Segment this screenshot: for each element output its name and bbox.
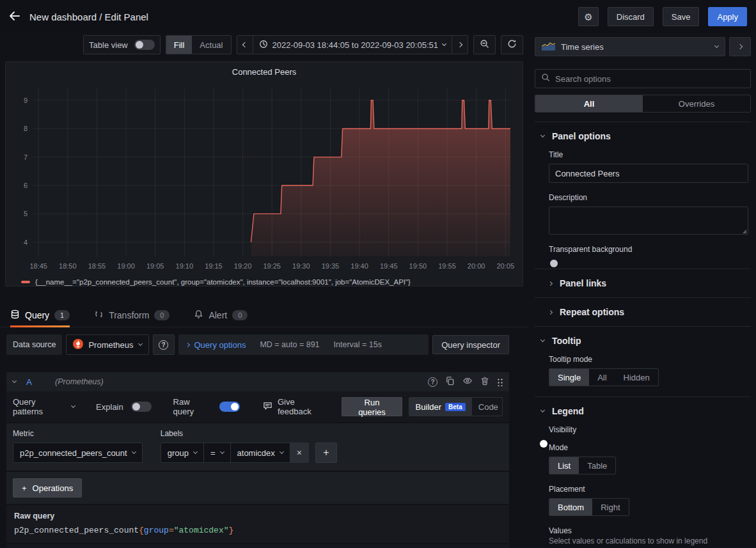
datasource-select[interactable]: Prometheus	[66, 334, 148, 355]
svg-text:19:20: 19:20	[234, 262, 252, 270]
tab-alert[interactable]: Alert 0	[194, 303, 248, 327]
time-range-button[interactable]: 2022-09-03 18:44:05 to 2022-09-03 20:05:…	[253, 35, 453, 54]
raw-query-toggle[interactable]	[219, 402, 240, 412]
tab-transform[interactable]: Transform 0	[94, 303, 169, 327]
query-help-button[interactable]: ?	[428, 377, 437, 387]
table-view-label: Table view	[84, 40, 133, 50]
builder-option[interactable]: Builder Beta	[409, 398, 472, 416]
svg-text:19:05: 19:05	[146, 262, 164, 270]
placement-bottom-option[interactable]: Bottom	[549, 499, 592, 515]
hide-query-button[interactable]	[462, 376, 473, 388]
run-queries-button[interactable]: Run queries	[342, 397, 402, 416]
chevron-right-icon	[548, 281, 553, 285]
search-icon	[541, 73, 550, 84]
bell-icon	[194, 309, 203, 321]
chevron-down-icon	[540, 133, 545, 137]
chevron-right-icon	[457, 42, 462, 47]
add-label-filter-button[interactable]: +	[315, 442, 337, 463]
apply-button[interactable]: Apply	[708, 7, 747, 26]
tooltip-all-option[interactable]: All	[589, 369, 615, 386]
section-repeat-options[interactable]: Repeat options	[535, 298, 751, 326]
label-value-value: atomicdex	[237, 448, 275, 458]
label-value-select[interactable]: atomicdex	[230, 442, 290, 463]
legend-placement-segmented: Bottom Right	[549, 498, 629, 516]
query-patterns-dropdown[interactable]: Query patterns	[13, 397, 74, 416]
tooltip-hidden-option[interactable]: Hidden	[615, 369, 658, 386]
time-forward-button[interactable]	[452, 35, 468, 54]
legend-series-label[interactable]: {__name__="p2p_connected_peers_count", g…	[35, 278, 411, 286]
refresh-button[interactable]	[501, 35, 523, 54]
close-icon: ×	[297, 448, 302, 458]
discard-button[interactable]: Discard	[608, 7, 654, 26]
collapse-chevron-icon[interactable]	[12, 379, 17, 383]
zoom-out-button[interactable]	[473, 35, 496, 54]
legend-table-option[interactable]: Table	[579, 457, 615, 474]
metric-select[interactable]: p2p_connected_peers_count	[13, 442, 143, 463]
time-range-text: 2022-09-03 18:44:05 to 2022-09-03 20:05:…	[272, 40, 439, 50]
label-operator-select[interactable]: =	[203, 442, 231, 463]
fill-actual-segmented: Fill Actual	[166, 35, 232, 54]
panel-options-heading: Panel options	[552, 131, 611, 141]
datasource-help-button[interactable]: ?	[153, 334, 175, 355]
section-panel-options[interactable]: Panel options	[535, 122, 751, 150]
raw-label-value: "atomicdex"	[174, 526, 229, 535]
toggle-options-pane-button[interactable]	[729, 37, 751, 56]
legend-series-marker[interactable]	[21, 281, 30, 283]
options-search-input[interactable]	[555, 74, 744, 84]
explain-toggle[interactable]	[131, 402, 152, 412]
svg-text:5: 5	[24, 210, 28, 217]
legend-list-option[interactable]: List	[549, 457, 579, 474]
panel-settings-button[interactable]: ⚙	[578, 7, 598, 26]
tooltip-body: Tooltip mode Single All Hidden	[535, 355, 751, 396]
duplicate-query-button[interactable]	[445, 376, 455, 388]
options-scroll-area[interactable]: Panel options Title Description ◢ Transp…	[535, 121, 751, 548]
tab-overrides[interactable]: Overrides	[643, 95, 750, 112]
drag-query-handle[interactable]	[497, 378, 503, 386]
explain-label: Explain	[96, 402, 123, 412]
chevron-down-icon	[540, 408, 545, 412]
chevron-down-icon	[132, 450, 136, 454]
resize-handle-icon[interactable]: ◢	[743, 228, 746, 234]
tab-all[interactable]: All	[535, 95, 643, 112]
actual-option[interactable]: Actual	[192, 36, 230, 54]
remove-query-button[interactable]	[480, 376, 489, 388]
fill-option[interactable]: Fill	[166, 36, 193, 54]
query-datasource-hint: (Prometheus)	[55, 377, 104, 386]
panel-description-textarea[interactable]: ◢	[549, 207, 748, 235]
raw-query-code: p2p_connected_peers_count{group="atomicd…	[14, 526, 501, 535]
add-operations-button[interactable]: + Operations	[13, 478, 82, 497]
table-view-toggle[interactable]	[134, 40, 155, 50]
query-options-toggle[interactable]: Query options	[186, 340, 246, 350]
metric-labels-block: Metric p2p_connected_peers_count Labels	[6, 423, 509, 471]
options-search[interactable]	[535, 69, 751, 88]
svg-text:19:15: 19:15	[205, 262, 223, 270]
tooltip-single-option[interactable]: Single	[549, 369, 589, 386]
remove-label-filter-button[interactable]: ×	[290, 442, 309, 463]
panel-title[interactable]: Connected Peers	[6, 62, 523, 81]
tab-query-count: 1	[54, 310, 70, 320]
section-tooltip[interactable]: Tooltip	[535, 327, 751, 355]
panel-title-input[interactable]	[549, 164, 748, 183]
query-inspector-button[interactable]: Query inspector	[432, 335, 509, 354]
time-picker-group: 2022-09-03 18:44:05 to 2022-09-03 20:05:…	[237, 35, 469, 54]
give-feedback-link[interactable]: Give feedback	[263, 397, 329, 416]
time-back-button[interactable]	[237, 35, 253, 54]
trash-icon	[480, 376, 489, 388]
visualization-picker[interactable]: Time series	[535, 37, 725, 56]
query-row-header[interactable]: A (Prometheus) ?	[6, 372, 509, 391]
options-sidebar: Time series All Overrides	[528, 33, 756, 548]
chevron-down-icon	[714, 43, 719, 48]
repeat-options-heading: Repeat options	[560, 307, 624, 317]
save-button[interactable]: Save	[663, 7, 700, 26]
timeseries-chart[interactable]: 45678918:4518:5018:5519:0019:0519:1019:1…	[6, 81, 523, 277]
workspace: Table view Fill Actual 2022-09-03 18:44:…	[0, 33, 756, 548]
back-button[interactable]	[9, 11, 20, 23]
chevron-down-icon	[71, 403, 75, 408]
section-legend[interactable]: Legend	[535, 397, 751, 425]
section-panel-links[interactable]: Panel links	[535, 269, 751, 297]
placement-right-option[interactable]: Right	[592, 499, 628, 515]
label-key-select[interactable]: group	[161, 442, 204, 463]
tab-query[interactable]: Query 1	[10, 303, 70, 327]
code-option[interactable]: Code	[472, 398, 503, 416]
top-bar: New dashboard / Edit Panel ⚙ Discard Sav…	[0, 0, 756, 33]
